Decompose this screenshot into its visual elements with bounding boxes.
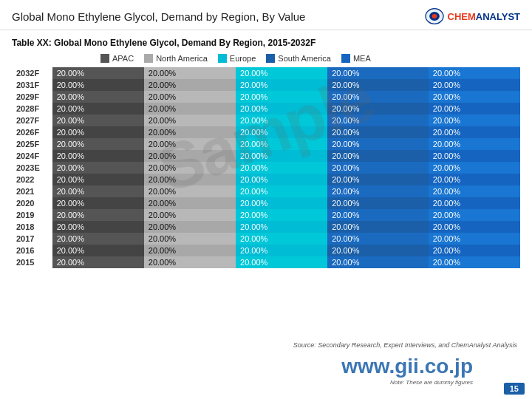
legend-europe: Europe: [218, 54, 256, 63]
table-row: 202220.00%20.00%20.00%20.00%20.00%: [12, 174, 520, 185]
cell-namerica: 20.00%: [144, 103, 236, 115]
cell-namerica: 20.00%: [144, 162, 236, 174]
cell-namerica: 20.00%: [144, 197, 236, 209]
cell-samerica: 20.00%: [327, 150, 429, 162]
legend: APAC North America Europe South America …: [100, 54, 520, 63]
table-row: 201820.00%20.00%20.00%20.00%20.00%: [12, 221, 520, 233]
cell-mea: 20.00%: [429, 115, 520, 126]
cell-europe: 20.00%: [236, 245, 327, 256]
cell-apac: 20.00%: [52, 67, 144, 79]
table-row: 201920.00%20.00%20.00%20.00%20.00%: [12, 209, 520, 221]
cell-year: 2027F: [12, 115, 52, 126]
logo-text: CHEMANALYST: [448, 10, 520, 23]
cell-year: 2018: [12, 221, 52, 233]
cell-year: 2022: [12, 174, 52, 185]
table-row: 2024F20.00%20.00%20.00%20.00%20.00%: [12, 150, 520, 162]
logo: CHEMANALYST: [424, 7, 520, 25]
cell-year: 2021: [12, 185, 52, 197]
cell-namerica: 20.00%: [144, 126, 236, 138]
table-row: 202120.00%20.00%20.00%20.00%20.00%: [12, 185, 520, 197]
svg-point-2: [432, 14, 437, 18]
logo-icon: [424, 7, 445, 25]
cell-europe: 20.00%: [236, 103, 327, 115]
cell-year: 2020: [12, 197, 52, 209]
cell-samerica: 20.00%: [327, 209, 429, 221]
page-number: 15: [504, 383, 525, 395]
cell-year: 2031F: [12, 79, 52, 91]
table-row: 201520.00%20.00%20.00%20.00%20.00%: [12, 256, 520, 268]
cell-europe: 20.00%: [236, 126, 327, 138]
cell-apac: 20.00%: [52, 138, 144, 150]
legend-apac-box: [100, 54, 109, 63]
source-text: Source: Secondary Research, Expert Inter…: [293, 341, 517, 349]
legend-samerica: South America: [266, 54, 331, 63]
cell-europe: 20.00%: [236, 233, 327, 245]
cell-apac: 20.00%: [52, 245, 144, 256]
cell-namerica: 20.00%: [144, 79, 236, 91]
cell-year: 2016: [12, 245, 52, 256]
cell-europe: 20.00%: [236, 256, 327, 268]
cell-namerica: 20.00%: [144, 150, 236, 162]
cell-namerica: 20.00%: [144, 115, 236, 126]
legend-samerica-label: South America: [278, 54, 331, 63]
cell-samerica: 20.00%: [327, 115, 429, 126]
table-row: 2023E20.00%20.00%20.00%20.00%20.00%: [12, 162, 520, 174]
cell-namerica: 20.00%: [144, 138, 236, 150]
cell-apac: 20.00%: [52, 197, 144, 209]
cell-mea: 20.00%: [429, 174, 520, 185]
cell-apac: 20.00%: [52, 185, 144, 197]
cell-samerica: 20.00%: [327, 67, 429, 79]
cell-apac: 20.00%: [52, 126, 144, 138]
table-row: 2027F20.00%20.00%20.00%20.00%20.00%: [12, 115, 520, 126]
url-watermark: www.gii.co.jp: [341, 355, 473, 378]
cell-mea: 20.00%: [429, 103, 520, 115]
page-header: Global Mono Ethylene Glycol, Demand by R…: [0, 0, 532, 30]
cell-year: 2024F: [12, 150, 52, 162]
cell-europe: 20.00%: [236, 162, 327, 174]
cell-apac: 20.00%: [52, 115, 144, 126]
content-area: Table XX: Global Mono Ethylene Glycol, D…: [0, 30, 532, 276]
cell-year: 2025F: [12, 138, 52, 150]
table-row: 2032F20.00%20.00%20.00%20.00%20.00%: [12, 67, 520, 79]
cell-samerica: 20.00%: [327, 221, 429, 233]
cell-namerica: 20.00%: [144, 256, 236, 268]
cell-apac: 20.00%: [52, 256, 144, 268]
cell-year: 2028F: [12, 103, 52, 115]
legend-namerica-box: [144, 54, 153, 63]
table-row: 2026F20.00%20.00%20.00%20.00%20.00%: [12, 126, 520, 138]
cell-europe: 20.00%: [236, 91, 327, 103]
cell-samerica: 20.00%: [327, 197, 429, 209]
cell-europe: 20.00%: [236, 115, 327, 126]
cell-samerica: 20.00%: [327, 79, 429, 91]
cell-mea: 20.00%: [429, 245, 520, 256]
legend-namerica-label: North America: [156, 54, 208, 63]
cell-samerica: 20.00%: [327, 185, 429, 197]
page-title: Global Mono Ethylene Glycol, Demand by R…: [12, 10, 305, 23]
cell-europe: 20.00%: [236, 79, 327, 91]
cell-samerica: 20.00%: [327, 162, 429, 174]
legend-apac-label: APAC: [112, 54, 134, 63]
cell-europe: 20.00%: [236, 185, 327, 197]
cell-namerica: 20.00%: [144, 221, 236, 233]
cell-year: 2015: [12, 256, 52, 268]
cell-year: 2017: [12, 233, 52, 245]
cell-mea: 20.00%: [429, 91, 520, 103]
legend-samerica-box: [266, 54, 275, 63]
cell-samerica: 20.00%: [327, 91, 429, 103]
table-row: 201620.00%20.00%20.00%20.00%20.00%: [12, 245, 520, 256]
cell-apac: 20.00%: [52, 91, 144, 103]
cell-samerica: 20.00%: [327, 138, 429, 150]
cell-year: 2029F: [12, 91, 52, 103]
cell-year: 2023E: [12, 162, 52, 174]
table-row: 2028F20.00%20.00%20.00%20.00%20.00%: [12, 103, 520, 115]
cell-namerica: 20.00%: [144, 67, 236, 79]
table-row: 2025F20.00%20.00%20.00%20.00%20.00%: [12, 138, 520, 150]
cell-namerica: 20.00%: [144, 209, 236, 221]
cell-samerica: 20.00%: [327, 245, 429, 256]
cell-namerica: 20.00%: [144, 245, 236, 256]
table-row: 2029F20.00%20.00%20.00%20.00%20.00%: [12, 91, 520, 103]
note-text: Note: These are dummy figures: [390, 379, 473, 386]
cell-samerica: 20.00%: [327, 256, 429, 268]
cell-samerica: 20.00%: [327, 126, 429, 138]
cell-year: 2032F: [12, 67, 52, 79]
